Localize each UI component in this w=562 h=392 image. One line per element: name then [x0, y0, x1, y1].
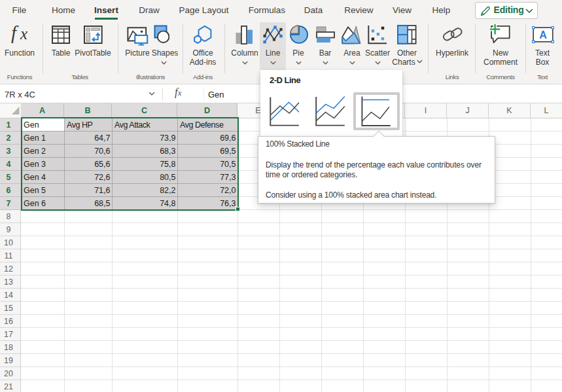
svg-text:A: A	[539, 29, 547, 41]
